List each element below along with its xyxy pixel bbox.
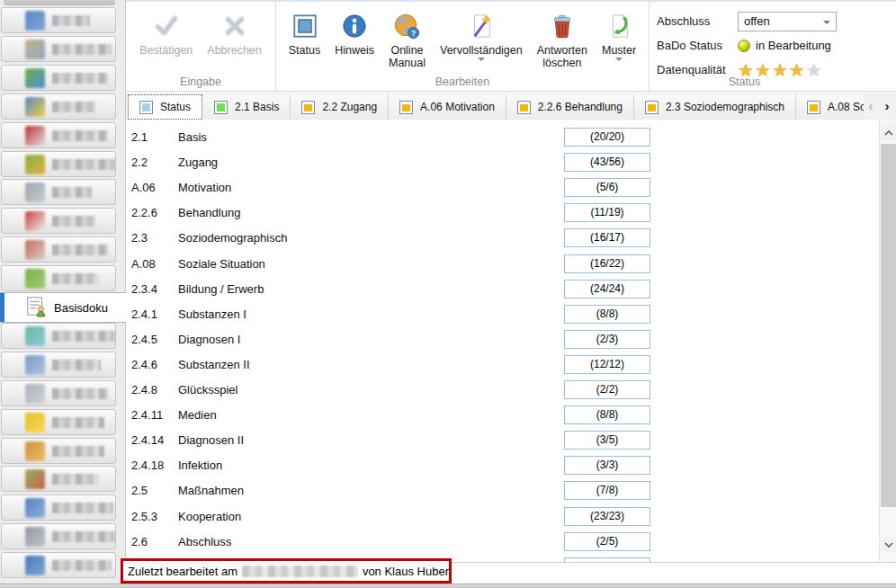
- redacted-icon: [25, 40, 45, 59]
- redacted-icon: [25, 126, 45, 146]
- progress-value: (5/6): [565, 179, 650, 196]
- sidebar-item-redacted[interactable]: [1, 7, 116, 33]
- sidebar-item-redacted[interactable]: [1, 494, 116, 521]
- progress-value: (43/56): [565, 154, 650, 171]
- tab-scroll-right-icon[interactable]: ›: [881, 96, 893, 114]
- table-row[interactable]: 2.2.6Behandlung(11/19): [126, 203, 860, 228]
- redacted-icon: [25, 527, 45, 547]
- sidebar-item-redacted[interactable]: [1, 323, 116, 349]
- tab-status-icon: [807, 101, 820, 114]
- redacted-label: [52, 44, 112, 55]
- button-label: Hinweis: [335, 44, 374, 57]
- redacted-icon: [25, 211, 45, 231]
- table-row[interactable]: 2.5Maßnahmen(7/8): [126, 481, 860, 506]
- redacted-label: [52, 503, 113, 513]
- sidebar-item-redacted[interactable]: [1, 36, 116, 62]
- sidebar-item-redacted[interactable]: [1, 236, 116, 263]
- progress-value: (23/23): [565, 508, 650, 525]
- redacted-icon: [25, 155, 45, 174]
- table-row[interactable]: 2.4.14Diagnosen II(3/5): [126, 431, 860, 456]
- sidebar-item-redacted[interactable]: [1, 438, 116, 464]
- hinweis-button[interactable]: Hinweis: [329, 9, 380, 58]
- sidebar-item-redacted[interactable]: [1, 552, 116, 578]
- sidebar-item-redacted[interactable]: [1, 523, 116, 549]
- redacted-date: [242, 566, 358, 577]
- sidebar-item-redacted[interactable]: [1, 352, 116, 378]
- tab-status-icon: [399, 101, 413, 114]
- progress-bar: (5/6): [564, 178, 650, 197]
- table-row[interactable]: 2.1Basis(20/20): [126, 128, 860, 153]
- tab-2-1-basis[interactable]: 2.1 Basis: [203, 94, 291, 120]
- section-code: 2.1: [131, 128, 148, 147]
- progress-bar: (16/22): [564, 254, 650, 273]
- sidebar-item-basisdoku[interactable]: Basisdoku: [0, 292, 126, 323]
- muster-button[interactable]: Muster: [596, 9, 641, 63]
- tab-strip: Status2.1 Basis2.2 ZugangA.06 Motivation…: [128, 94, 864, 120]
- table-row[interactable]: A.08Soziale Situation(16/22): [126, 254, 860, 280]
- table-row[interactable]: 2.5.3Kooperation(23/23): [126, 507, 860, 532]
- bestätigen-button[interactable]: Bestätigen: [134, 9, 198, 58]
- table-row[interactable]: 2.4.6Substanzen II(12/12): [126, 355, 860, 380]
- field-label: BaDo Status: [657, 39, 732, 52]
- status-button[interactable]: Status: [283, 9, 326, 58]
- tab-2-2-6-behandlung[interactable]: 2.2.6 Behandlung: [506, 94, 634, 120]
- tab-status-icon: [301, 101, 315, 114]
- sidebar-item-redacted[interactable]: [1, 151, 116, 177]
- redacted-label: [52, 159, 115, 170]
- tab-scroll-arrows: ‹ ›: [865, 96, 893, 114]
- table-row[interactable]: A.06Motivation(5/6): [126, 178, 860, 203]
- scrollbar-thumb[interactable]: [881, 144, 896, 507]
- tab-2-3-soziodemographisch[interactable]: 2.3 Soziodemographisch: [634, 94, 796, 120]
- redacted-label: [52, 102, 95, 112]
- antworten-löschen-button[interactable]: Antwortenlöschen: [532, 9, 593, 72]
- tab-a-06-motivation[interactable]: A.06 Motivation: [389, 94, 506, 120]
- progress-bar: (11/19): [564, 203, 650, 222]
- application-window: Basisdoku BestätigenAbbrechenEingabeStat…: [0, 0, 896, 588]
- scroll-down-icon[interactable]: [881, 537, 896, 552]
- table-row[interactable]: 2.4.8Glücksspiel(2/2): [126, 380, 860, 405]
- toolbar-group-eingabe: BestätigenAbbrechenEingabe: [126, 2, 275, 91]
- check-icon: [153, 11, 180, 41]
- table-row[interactable]: 2.4.11Medien(8/8): [126, 405, 860, 431]
- sidebar-scroll-up[interactable]: [4, 0, 115, 5]
- table-row[interactable]: 2.2Zugang(43/56): [126, 153, 860, 178]
- online-manual-button[interactable]: ?OnlineManual: [383, 9, 431, 72]
- sidebar-item-redacted[interactable]: [1, 179, 116, 205]
- sidebar-item-redacted[interactable]: [1, 65, 116, 91]
- info-icon: [341, 11, 368, 41]
- section-code: 2.6: [131, 532, 148, 551]
- redacted-label: [52, 360, 101, 370]
- abbrechen-button[interactable]: Abbrechen: [202, 9, 266, 58]
- sidebar-item-redacted[interactable]: [1, 380, 116, 406]
- abschluss-select[interactable]: offen: [738, 12, 837, 31]
- sidebar-item-redacted[interactable]: [1, 208, 116, 234]
- tab-2-2-zugang[interactable]: 2.2 Zugang: [291, 94, 389, 120]
- redacted-label: [52, 474, 99, 485]
- sidebar-item-redacted[interactable]: [1, 94, 116, 120]
- section-label: Bildung / Erwerb: [178, 280, 264, 298]
- redacted-icon: [25, 326, 45, 346]
- button-label: Muster: [602, 44, 636, 57]
- sidebar-item-redacted[interactable]: [1, 466, 116, 492]
- redacted-label: [52, 130, 108, 141]
- scroll-up-icon[interactable]: [881, 125, 896, 140]
- table-row[interactable]: 2.6Abschluss(2/5): [126, 532, 860, 557]
- status-overview-panel: 2.1Basis(20/20)2.2Zugang(43/56)A.06Motiv…: [126, 120, 896, 563]
- table-row[interactable]: 2.4.1Substanzen I(8/8): [126, 305, 860, 330]
- table-row[interactable]: 2.4.5Diagnosen I(2/3): [126, 330, 860, 355]
- table-row[interactable]: 2.4.18Infektion(3/3): [126, 456, 860, 481]
- vervollständigen-button[interactable]: Vervollständigen: [435, 9, 528, 63]
- tab-scroll-left-icon[interactable]: ‹: [865, 96, 877, 114]
- section-label: Basis: [178, 128, 207, 147]
- progress-bar: (23/23): [564, 507, 650, 526]
- vertical-scrollbar[interactable]: [879, 120, 896, 563]
- table-row[interactable]: 2.3Soziodemographisch(16/17): [126, 228, 860, 254]
- table-row[interactable]: 2.3.4Bildung / Erwerb(24/24): [126, 280, 860, 305]
- tab-label: 2.3 Soziodemographisch: [666, 101, 784, 113]
- tab-a-08-sozia[interactable]: A.08 Sozia: [796, 94, 864, 120]
- sidebar-item-redacted[interactable]: [1, 122, 116, 148]
- sidebar-item-redacted[interactable]: [1, 265, 116, 291]
- chevron-down-icon: [478, 58, 485, 61]
- tab-status[interactable]: Status: [128, 94, 202, 120]
- sidebar-item-redacted[interactable]: [1, 409, 116, 435]
